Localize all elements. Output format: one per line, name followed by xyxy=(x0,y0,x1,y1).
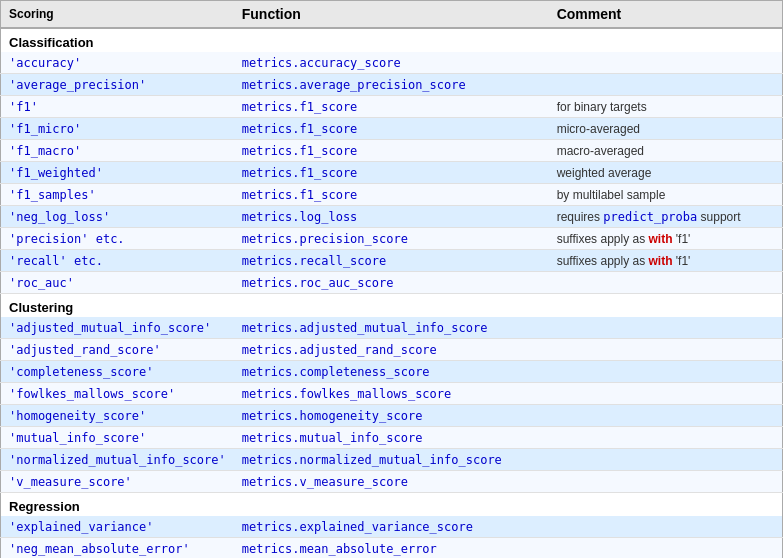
header-function: Function xyxy=(234,1,549,29)
function-value: metrics.precision_score xyxy=(242,232,408,246)
scoring-cell: 'neg_mean_absolute_error' xyxy=(1,538,234,559)
scoring-value: 'f1_macro' xyxy=(9,144,81,158)
function-value: metrics.mean_absolute_error xyxy=(242,542,437,556)
function-cell: metrics.roc_auc_score xyxy=(234,272,549,294)
function-value: metrics.adjusted_mutual_info_score xyxy=(242,321,488,335)
comment-cell xyxy=(549,471,783,493)
function-cell: metrics.mutual_info_score xyxy=(234,427,549,449)
scoring-cell: 'precision' etc. xyxy=(1,228,234,250)
function-cell: metrics.v_measure_score xyxy=(234,471,549,493)
table-row: 'accuracy'metrics.accuracy_score xyxy=(1,52,783,74)
comment-value: requires predict_proba support xyxy=(557,210,741,224)
scoring-cell: 'neg_log_loss' xyxy=(1,206,234,228)
comment-cell: by multilabel sample xyxy=(549,184,783,206)
table-row: 'average_precision'metrics.average_preci… xyxy=(1,74,783,96)
function-cell: metrics.explained_variance_score xyxy=(234,516,549,538)
scoring-value: 'mutual_info_score' xyxy=(9,431,146,445)
scoring-cell: 'explained_variance' xyxy=(1,516,234,538)
comment-cell: for binary targets xyxy=(549,96,783,118)
section-name: Regression xyxy=(1,493,783,517)
function-value: metrics.roc_auc_score xyxy=(242,276,394,290)
comment-value: by multilabel sample xyxy=(557,188,666,202)
comment-cell xyxy=(549,361,783,383)
function-cell: metrics.precision_score xyxy=(234,228,549,250)
function-value: metrics.f1_score xyxy=(242,166,358,180)
function-value: metrics.v_measure_score xyxy=(242,475,408,489)
table-row: 'normalized_mutual_info_score'metrics.no… xyxy=(1,449,783,471)
comment-cell: suffixes apply as with 'f1' xyxy=(549,250,783,272)
table-row: 'neg_mean_absolute_error'metrics.mean_ab… xyxy=(1,538,783,559)
function-cell: metrics.recall_score xyxy=(234,250,549,272)
table-row: 'mutual_info_score'metrics.mutual_info_s… xyxy=(1,427,783,449)
table-row: 'f1'metrics.f1_scorefor binary targets xyxy=(1,96,783,118)
function-cell: metrics.mean_absolute_error xyxy=(234,538,549,559)
scoring-cell: 'accuracy' xyxy=(1,52,234,74)
table-row: 'adjusted_rand_score'metrics.adjusted_ra… xyxy=(1,339,783,361)
function-cell: metrics.f1_score xyxy=(234,162,549,184)
table-row: 'f1_weighted'metrics.f1_scoreweighted av… xyxy=(1,162,783,184)
table-row: 'f1_samples'metrics.f1_scoreby multilabe… xyxy=(1,184,783,206)
function-cell: metrics.f1_score xyxy=(234,184,549,206)
function-value: metrics.f1_score xyxy=(242,122,358,136)
scoring-value: 'accuracy' xyxy=(9,56,81,70)
scoring-cell: 'f1_weighted' xyxy=(1,162,234,184)
function-value: metrics.f1_score xyxy=(242,144,358,158)
comment-cell xyxy=(549,405,783,427)
comment-cell: suffixes apply as with 'f1' xyxy=(549,228,783,250)
table-row: 'precision' etc.metrics.precision_scores… xyxy=(1,228,783,250)
scoring-cell: 'f1_macro' xyxy=(1,140,234,162)
scoring-value: 'roc_auc' xyxy=(9,276,74,290)
function-cell: metrics.adjusted_rand_score xyxy=(234,339,549,361)
scoring-value: 'neg_mean_absolute_error' xyxy=(9,542,190,556)
comment-cell xyxy=(549,427,783,449)
scoring-cell: 'mutual_info_score' xyxy=(1,427,234,449)
function-value: metrics.accuracy_score xyxy=(242,56,401,70)
scoring-value: 'recall' etc. xyxy=(9,254,103,268)
function-value: metrics.average_precision_score xyxy=(242,78,466,92)
table-row: 'f1_micro'metrics.f1_scoremicro-averaged xyxy=(1,118,783,140)
scoring-cell: 'fowlkes_mallows_score' xyxy=(1,383,234,405)
table-row: 'f1_macro'metrics.f1_scoremacro-averaged xyxy=(1,140,783,162)
function-value: metrics.recall_score xyxy=(242,254,387,268)
table-row: 'v_measure_score'metrics.v_measure_score xyxy=(1,471,783,493)
function-cell: metrics.average_precision_score xyxy=(234,74,549,96)
comment-cell xyxy=(549,52,783,74)
function-cell: metrics.fowlkes_mallows_score xyxy=(234,383,549,405)
section-name: Clustering xyxy=(1,294,783,318)
table-row: 'neg_log_loss'metrics.log_lossrequires p… xyxy=(1,206,783,228)
table-row: 'fowlkes_mallows_score'metrics.fowlkes_m… xyxy=(1,383,783,405)
function-cell: metrics.normalized_mutual_info_score xyxy=(234,449,549,471)
section-header: Clustering xyxy=(1,294,783,318)
scoring-value: 'normalized_mutual_info_score' xyxy=(9,453,226,467)
table-row: 'explained_variance'metrics.explained_va… xyxy=(1,516,783,538)
function-cell: metrics.homogeneity_score xyxy=(234,405,549,427)
scoring-cell: 'normalized_mutual_info_score' xyxy=(1,449,234,471)
header-comment: Comment xyxy=(549,1,783,29)
scoring-value: 'precision' etc. xyxy=(9,232,125,246)
scoring-cell: 'average_precision' xyxy=(1,74,234,96)
comment-cell xyxy=(549,317,783,339)
comment-cell xyxy=(549,339,783,361)
scoring-value: 'f1_samples' xyxy=(9,188,96,202)
comment-cell xyxy=(549,74,783,96)
section-header: Regression xyxy=(1,493,783,517)
scoring-table: Scoring Function Comment Classification'… xyxy=(0,0,783,558)
scoring-value: 'adjusted_rand_score' xyxy=(9,343,161,357)
comment-cell: requires predict_proba support xyxy=(549,206,783,228)
function-value: metrics.completeness_score xyxy=(242,365,430,379)
scoring-value: 'f1_micro' xyxy=(9,122,81,136)
function-value: metrics.fowlkes_mallows_score xyxy=(242,387,452,401)
comment-value: suffixes apply as with 'f1' xyxy=(557,254,691,268)
scoring-value: 'fowlkes_mallows_score' xyxy=(9,387,175,401)
scoring-value: 'completeness_score' xyxy=(9,365,154,379)
scoring-value: 'f1' xyxy=(9,100,38,114)
function-cell: metrics.f1_score xyxy=(234,118,549,140)
comment-value: macro-averaged xyxy=(557,144,644,158)
function-cell: metrics.f1_score xyxy=(234,140,549,162)
table-row: 'adjusted_mutual_info_score'metrics.adju… xyxy=(1,317,783,339)
scoring-cell: 'recall' etc. xyxy=(1,250,234,272)
scoring-value: 'adjusted_mutual_info_score' xyxy=(9,321,211,335)
scoring-value: 'neg_log_loss' xyxy=(9,210,110,224)
function-value: metrics.f1_score xyxy=(242,188,358,202)
scoring-cell: 'roc_auc' xyxy=(1,272,234,294)
